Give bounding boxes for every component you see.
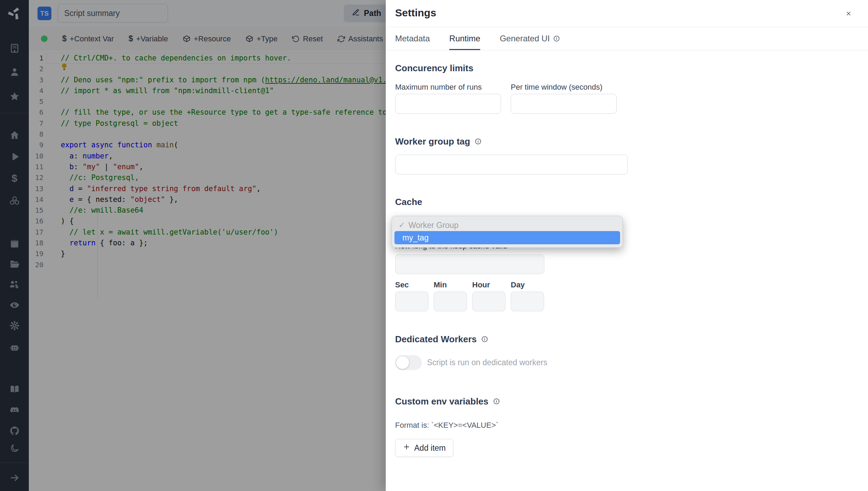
- tab-runtime-label: Runtime: [449, 34, 480, 43]
- custom-env-heading-label: Custom env variables: [395, 396, 489, 407]
- min-input: [434, 292, 467, 311]
- plus-icon: [403, 443, 410, 453]
- custom-env-heading: Custom env variables: [395, 396, 859, 407]
- worker-group-dropdown: ✓ Worker Group my_tag: [392, 216, 623, 248]
- worker-group-heading-label: Worker group tag: [395, 136, 470, 147]
- tab-runtime[interactable]: Runtime: [449, 27, 480, 50]
- time-window-input[interactable]: [511, 94, 617, 114]
- dropdown-option-label: Worker Group: [408, 221, 458, 230]
- hour-input: [472, 292, 506, 311]
- add-item-button[interactable]: Add item: [395, 439, 453, 457]
- time-window-label: Per time window (seconds): [511, 83, 617, 91]
- dedicated-workers-heading-label: Dedicated Workers: [395, 334, 477, 345]
- max-runs-label: Maximum number of runs: [395, 83, 501, 91]
- info-icon[interactable]: [493, 398, 500, 405]
- dropdown-option-worker-group[interactable]: ✓ Worker Group: [394, 219, 620, 231]
- drawer-header: Settings: [386, 0, 868, 27]
- dropdown-option-my-tag[interactable]: my_tag: [394, 231, 620, 244]
- drawer-title: Settings: [395, 7, 436, 19]
- worker-group-heading: Worker group tag: [395, 136, 859, 147]
- settings-drawer: Settings Metadata Runtime Generated UI C…: [386, 0, 868, 491]
- dedicated-workers-toggle-label: Script is run on dedicated workers: [427, 358, 547, 367]
- day-label: Day: [511, 280, 544, 289]
- dedicated-workers-heading: Dedicated Workers: [395, 334, 859, 345]
- dropdown-option-label: my_tag: [402, 233, 428, 243]
- close-icon[interactable]: [844, 9, 853, 18]
- dedicated-workers-toggle[interactable]: [395, 355, 422, 370]
- tab-generated-ui-label: Generated UI: [500, 34, 550, 43]
- worker-group-select[interactable]: [395, 155, 628, 174]
- env-format-hint: Format is: `<KEY>=<VALUE>`: [395, 421, 859, 430]
- tab-metadata-label: Metadata: [395, 34, 430, 43]
- cache-heading: Cache: [395, 196, 859, 207]
- max-runs-input[interactable]: [395, 94, 501, 114]
- add-item-label: Add item: [414, 443, 446, 453]
- tab-metadata[interactable]: Metadata: [395, 27, 430, 50]
- sec-input: [395, 292, 428, 311]
- hour-label: Hour: [472, 280, 506, 289]
- info-icon[interactable]: [475, 138, 482, 145]
- day-input: [511, 292, 544, 311]
- info-icon[interactable]: [553, 35, 560, 42]
- cache-duration-input: [395, 254, 544, 274]
- runtime-panel: Concurency limits Maximum number of runs…: [386, 63, 868, 457]
- sec-label: Sec: [395, 280, 428, 289]
- info-icon[interactable]: [481, 336, 488, 343]
- check-icon: ✓: [399, 221, 405, 230]
- drawer-tabs: Metadata Runtime Generated UI: [386, 27, 868, 50]
- toggle-knob: [396, 356, 409, 369]
- tab-generated-ui[interactable]: Generated UI: [500, 27, 560, 50]
- concurrency-heading: Concurency limits: [395, 63, 859, 74]
- min-label: Min: [434, 280, 467, 289]
